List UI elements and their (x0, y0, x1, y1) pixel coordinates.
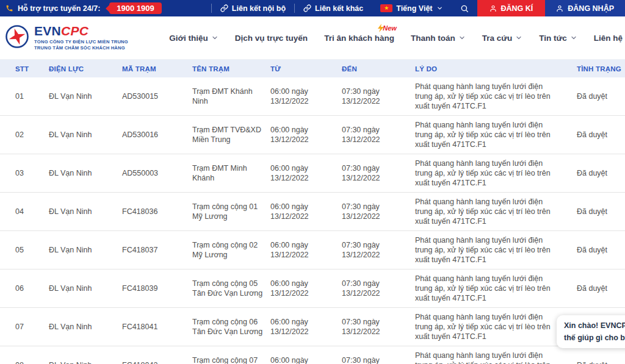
cell-ma-tram: AD530016 (122, 126, 192, 144)
brand-name: EVNCPC (34, 24, 128, 38)
chat-line: Xin chào! EVNCPC có (564, 319, 625, 332)
cell-ly-do: Phát quang hành lang tuyến lưới điện tru… (415, 154, 568, 192)
cell-dien-luc: ĐL Vạn Ninh (49, 87, 122, 105)
col-header-den: ĐẾN (342, 65, 415, 73)
cell-ly-do: Phát quang hành lang tuyến lưới điện tru… (415, 77, 568, 115)
cell-ten-tram: Trạm công cộng 05 Tân Đức Vạn Lương (192, 274, 270, 302)
cell-ly-do: Phát quang hành lang tuyến lưới điện tru… (415, 231, 568, 269)
brand-logo[interactable]: EVNCPC TỔNG CÔNG TY ĐIỆN LỰC MIỀN TRUNG … (0, 24, 128, 51)
nav-item[interactable]: Thanh toán (411, 34, 466, 43)
language-selector[interactable]: ★ Tiếng Việt (372, 0, 451, 16)
cell-tinh-trang status-badge: Đã duyệt (568, 241, 625, 259)
cell-ly-do: Phát quang hành lang tuyến lưới điện tru… (415, 193, 568, 230)
cell-den: 07:30 ngày 13/12/2022 (342, 313, 415, 341)
cell-stt: 02 (0, 126, 49, 144)
cell-ten-tram: Trạm ĐMT Khánh Ninh (192, 82, 270, 110)
table-row: 03 ĐL Vạn Ninh AD550003 Trạm ĐMT Minh Kh… (0, 154, 625, 193)
login-button[interactable]: ĐĂNG NHẬP (545, 0, 625, 16)
hotline-badge[interactable]: 1900 1909 (109, 2, 161, 14)
other-links-link[interactable]: Liên kết khác (295, 0, 372, 16)
cell-ly-do: Phát quang hành lang tuyến lưới điện tru… (415, 346, 568, 364)
search-button[interactable] (452, 0, 477, 16)
cell-stt: 07 (0, 318, 49, 336)
chevron-down-icon (211, 34, 219, 41)
cell-den: 07:30 ngày 13/12/2022 (342, 198, 415, 226)
nav-item[interactable]: Tri ân khách hàng New (324, 34, 394, 43)
cell-stt: 05 (0, 241, 49, 259)
brand-text: EVNCPC TỔNG CÔNG TY ĐIỆN LỰC MIỀN TRUNG … (34, 24, 128, 51)
cell-ma-tram: AD550003 (122, 164, 192, 182)
cell-tu: 06:00 ngày 13/12/2022 (270, 351, 342, 364)
col-header-dien-luc: ĐIỆN LỰC (49, 65, 122, 73)
outage-table-body: 01 ĐL Vạn Ninh AD530015 Trạm ĐMT Khánh N… (0, 77, 625, 364)
nav-item[interactable]: Giới thiệu (169, 34, 219, 43)
table-header: STT ĐIỆN LỰC MÃ TRẠM TÊN TRẠM TỪ ĐẾN LÝ … (0, 59, 625, 77)
cell-ten-tram: Trạm công cộng 07 Tân Đức Vạn Lương (192, 351, 270, 364)
cell-ma-tram: FC418042 (122, 356, 192, 364)
col-header-ma-tram: MÃ TRẠM (122, 65, 192, 73)
nav-item[interactable]: Liên hệ (594, 34, 623, 43)
cell-ly-do: Phát quang hành lang tuyến lưới điện tru… (415, 116, 568, 154)
table-row: 08 ĐL Vạn Ninh FC418042 Trạm công cộng 0… (0, 346, 625, 364)
cell-ma-tram: AD530015 (122, 87, 192, 105)
support-hotline-group: Hỗ trợ trực tuyến 24/7: 1900 1909 (0, 0, 162, 16)
cell-stt: 03 (0, 164, 49, 182)
cell-ma-tram: FC418039 (122, 279, 192, 298)
cell-dien-luc: ĐL Vạn Ninh (49, 318, 122, 336)
support-label: Hỗ trợ trực tuyến 24/7: (18, 4, 100, 13)
top-bar-actions: Liên kết nội bộ Liên kết khác ★ Tiếng Vi… (211, 0, 625, 16)
cell-dien-luc: ĐL Vạn Ninh (49, 164, 122, 182)
chat-greeting-bubble[interactable]: Xin chào! EVNCPC có thế giúp gì cho bạn? (557, 315, 625, 348)
cell-tu: 06:00 ngày 13/12/2022 (270, 274, 342, 302)
cell-tu: 06:00 ngày 13/12/2022 (270, 313, 342, 341)
cell-ly-do: Phát quang hành lang tuyến lưới điện tru… (415, 308, 568, 346)
new-badge: New (377, 24, 397, 32)
cell-dien-luc: ĐL Vạn Ninh (49, 279, 122, 298)
col-header-ly-do: LÝ DO (415, 65, 568, 73)
chevron-down-icon (436, 5, 443, 12)
nav-item[interactable]: Dịch vụ trực tuyến (235, 34, 308, 43)
chat-line: thế giúp gì cho bạn? (564, 332, 625, 344)
cell-ten-tram: Trạm công cộng 02 Mỹ Lương (192, 236, 270, 264)
cell-stt: 08 (0, 356, 49, 364)
top-utility-bar: Hỗ trợ trực tuyến 24/7: 1900 1909 Liên k… (0, 0, 625, 16)
cell-ten-tram: Trạm công cộng 06 Tân Đức Vạn Lương (192, 313, 270, 341)
chevron-down-icon (458, 34, 466, 41)
cell-ma-tram: FC418037 (122, 241, 192, 259)
cell-tinh-trang status-badge: Đã duyệt (568, 164, 625, 182)
col-header-stt: STT (0, 65, 49, 73)
col-header-tu: TỪ (270, 65, 342, 73)
cell-tinh-trang status-badge: Đã duyệt (568, 202, 625, 221)
nav-item[interactable]: Tra cứu (482, 34, 523, 43)
col-header-tinh-trang: TÌNH TRẠNG (568, 65, 625, 73)
cell-den: 07:30 ngày 13/12/2022 (342, 159, 415, 187)
table-row: 06 ĐL Vạn Ninh FC418039 Trạm công cộng 0… (0, 269, 625, 308)
register-button[interactable]: ĐĂNG KÍ (477, 0, 546, 16)
cell-ten-tram: Trạm công cộng 01 Mỹ Lương (192, 198, 270, 226)
search-icon (460, 4, 469, 13)
table-row: 04 ĐL Vạn Ninh FC418036 Trạm công cộng 0… (0, 193, 625, 231)
nav-item[interactable]: Tin tức (539, 34, 577, 43)
cell-den: 07:30 ngày 13/12/2022 (342, 236, 415, 264)
cell-ten-tram: Trạm ĐMT Minh Khánh (192, 159, 270, 187)
cell-tu: 06:00 ngày 13/12/2022 (270, 82, 342, 110)
phone-icon (5, 4, 13, 12)
user-icon (556, 5, 563, 12)
cell-stt: 01 (0, 87, 49, 105)
cell-ma-tram: FC418036 (122, 202, 192, 221)
cell-dien-luc: ĐL Vạn Ninh (49, 126, 122, 144)
main-header: EVNCPC TỔNG CÔNG TY ĐIỆN LỰC MIỀN TRUNG … (0, 16, 625, 59)
chevron-down-icon (570, 34, 577, 41)
cell-tu: 06:00 ngày 13/12/2022 (270, 159, 342, 187)
link-icon (220, 4, 228, 12)
link-icon (303, 4, 311, 12)
col-header-ten-tram: TÊN TRẠM (192, 65, 270, 73)
company-name: TỔNG CÔNG TY ĐIỆN LỰC MIỀN TRUNG TRUNG T… (34, 39, 128, 51)
internal-links-link[interactable]: Liên kết nội bộ (212, 0, 294, 16)
cell-tinh-trang status-badge: Đã duyệt (568, 87, 625, 105)
cell-dien-luc: ĐL Vạn Ninh (49, 241, 122, 259)
user-icon (490, 5, 497, 12)
evn-logo-icon (5, 24, 29, 49)
cell-den: 07:30 ngày 13/12/2022 (342, 351, 415, 364)
table-row: 07 ĐL Vạn Ninh FC418041 Trạm công cộng 0… (0, 308, 625, 346)
